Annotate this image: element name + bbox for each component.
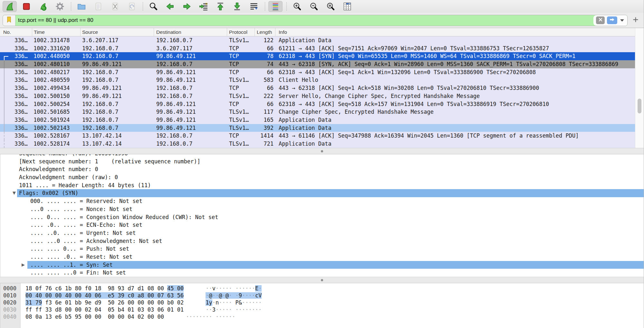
filter-bookmark-button[interactable] xyxy=(3,15,15,26)
packet-row[interactable]: 336…1002.52817413.107.42.14192.168.0.7TL… xyxy=(0,140,644,148)
detail-line[interactable]: 1011 .... = Header Length: 44 bytes (11) xyxy=(0,181,644,189)
packet-row[interactable]: 336…1002.448050192.168.0.799.86.49.121TC… xyxy=(0,52,644,60)
scrollbar-thumb[interactable] xyxy=(638,99,641,113)
hex-row[interactable]: 001000 40 00 00 40 00 40 06 e5 39 c0 a8 … xyxy=(0,292,644,299)
cell-protocol: TCP xyxy=(227,68,255,76)
cell-no: 336… xyxy=(0,116,32,124)
cell-source: 192.168.0.7 xyxy=(81,52,154,60)
display-filter-field[interactable] xyxy=(3,15,628,26)
restart-capture-button[interactable] xyxy=(36,1,50,12)
close-file-button xyxy=(108,1,122,12)
next-packet-button[interactable] xyxy=(180,1,194,12)
detail-line[interactable]: .... .... ...0 = Fin: Not set xyxy=(0,269,644,277)
column-header-protocol[interactable]: Protocol xyxy=(227,28,255,36)
first-packet-button[interactable] xyxy=(213,1,227,12)
splitter-details-bytes[interactable] xyxy=(0,277,644,283)
previous-packet-icon xyxy=(165,2,175,11)
apply-filter-button[interactable] xyxy=(607,16,617,24)
packet-row[interactable]: 336…1002.502143192.168.0.799.86.49.121TL… xyxy=(0,124,644,132)
toolbar-separator xyxy=(71,2,71,11)
packet-row[interactable]: 336…1002.480559192.168.0.799.86.49.121TL… xyxy=(0,76,644,84)
hex-bytes[interactable]: 31 79 f3 6e 01 bb 9e d9 50 26 00 00 00 0… xyxy=(25,299,184,306)
detail-line[interactable]: .... ...0 .... = Acknowledgment: Not set xyxy=(0,237,644,245)
detail-line[interactable]: .... 0... .... = Congestion Window Reduc… xyxy=(0,213,644,221)
packet-row[interactable]: 336…1002.48011099.86.49.121192.168.0.7TC… xyxy=(0,60,644,68)
column-header-length[interactable]: Length xyxy=(255,28,275,36)
start-capture-button[interactable] xyxy=(3,1,17,12)
resize-columns-button[interactable] xyxy=(340,1,354,12)
add-filter-button[interactable] xyxy=(631,15,640,25)
previous-packet-button[interactable] xyxy=(163,1,177,12)
packet-row[interactable]: 336…1002.500254192.168.0.799.86.49.121TC… xyxy=(0,100,644,108)
detail-line[interactable]: .... .0.. .... = ECN-Echo: Not set xyxy=(0,221,644,229)
packet-row[interactable]: 336…1002.3314783.6.207.117192.168.0.7TLS… xyxy=(0,36,644,44)
packet-row[interactable]: 336…1002.52816713.107.42.14192.168.0.7TC… xyxy=(0,132,644,140)
splitter-list-details[interactable] xyxy=(0,148,644,154)
cell-time: 1002.500150 xyxy=(32,92,81,100)
detail-line[interactable]: .... .... 0... = Push: Not set xyxy=(0,245,644,253)
chevron-down-icon[interactable] xyxy=(620,19,624,22)
packet-row[interactable]: 336…1002.49943499.86.49.121192.168.0.7TC… xyxy=(0,84,644,92)
column-header-destination[interactable]: Destination xyxy=(154,28,227,36)
column-header-no[interactable]: No. xyxy=(0,28,32,36)
packet-row[interactable]: 336…1002.501685192.168.0.799.86.49.121TL… xyxy=(0,108,644,116)
column-header-source[interactable]: Source xyxy=(81,28,154,36)
cell-protocol: TLSv1… xyxy=(227,140,255,148)
hex-bytes[interactable]: 08 0a 13 e6 b5 95 00 00 00 00 04 02 00 0… xyxy=(25,313,164,320)
detail-line[interactable]: .... .... ..1. = Syn: Set▶ xyxy=(0,261,644,269)
hex-ascii[interactable]: ··3····· ········ xyxy=(206,306,262,313)
cell-time: 1002.499434 xyxy=(32,84,81,92)
detail-line[interactable]: [Next sequence number: 1 (relative seque… xyxy=(0,158,644,166)
last-packet-button[interactable] xyxy=(230,1,244,12)
detail-line[interactable]: Flags: 0x002 (SYN)▼ xyxy=(0,189,644,197)
detail-line[interactable]: 000. .... .... = Reserved: Not set xyxy=(0,197,644,205)
detail-line-band: .... .... ...0 = Fin: Not set xyxy=(0,269,644,277)
hex-bytes[interactable]: ff ff 33 d8 00 00 02 04 05 b4 01 03 03 0… xyxy=(25,306,184,313)
hex-bytes[interactable]: 00 40 00 00 40 00 40 06 e5 39 c0 a8 00 0… xyxy=(25,292,184,299)
cell-source: 192.168.0.7 xyxy=(81,116,154,124)
go-to-packet-button[interactable] xyxy=(197,1,211,12)
column-header-time[interactable]: Time xyxy=(32,28,81,36)
open-file-button[interactable] xyxy=(74,1,89,12)
detail-line[interactable]: Acknowledgment number (raw): 0 xyxy=(0,173,644,181)
cell-time: 1002.331478 xyxy=(32,36,81,44)
auto-scroll-button[interactable] xyxy=(247,1,261,12)
colorize-button[interactable] xyxy=(268,1,283,12)
cell-no: 336… xyxy=(0,140,32,148)
hex-bytes[interactable]: 18 0f 76 c6 1b 80 f0 18 98 93 d7 d1 08 0… xyxy=(25,285,184,292)
detail-line[interactable]: .... .... .0.. = Reset: Not set xyxy=(0,253,644,261)
packet-list-scrollbar[interactable] xyxy=(635,28,644,148)
packet-row[interactable]: 336…1002.501924192.168.0.799.86.49.121TL… xyxy=(0,116,644,124)
packet-row[interactable]: 336…1002.480217192.168.0.799.86.49.121TC… xyxy=(0,68,644,76)
clear-filter-button[interactable] xyxy=(596,16,605,24)
find-packet-button[interactable] xyxy=(146,1,160,12)
hex-row[interactable]: 002031 79 f3 6e 01 bb 9e d9 50 26 00 00 … xyxy=(0,299,644,306)
hex-ascii[interactable]: ··v····· ······E· xyxy=(206,285,262,292)
detail-line[interactable]: Sequence number (raw): 2005041998 xyxy=(0,154,644,158)
cell-source: 192.168.0.7 xyxy=(81,124,154,132)
hex-ascii[interactable]: ········ ······ xyxy=(186,313,235,320)
hex-row[interactable]: 004008 0a 13 e6 b5 95 00 00 00 00 04 02 … xyxy=(0,313,644,320)
zoom-in-button[interactable] xyxy=(290,1,304,12)
hex-row[interactable]: 000018 0f 76 c6 1b 80 f0 18 98 93 d7 d1 … xyxy=(0,285,644,292)
zoom-original-button[interactable] xyxy=(323,1,338,12)
packet-row[interactable]: 336…1002.50015099.86.49.121192.168.0.7TL… xyxy=(0,92,644,100)
hex-ascii[interactable]: ·@··@·@· ·9····cV xyxy=(206,292,262,299)
detail-line[interactable]: ...0 .... .... = Nonce: Not set xyxy=(0,205,644,213)
expander-open-icon[interactable]: ▼ xyxy=(13,189,16,197)
packet-row[interactable]: 336…1002.331620192.168.0.73.6.207.117TCP… xyxy=(0,44,644,53)
detail-line[interactable]: Acknowledgment number: 0 xyxy=(0,165,644,173)
cell-length: 66 xyxy=(255,44,275,53)
cell-source: 99.86.49.121 xyxy=(81,92,154,100)
resize-columns-icon xyxy=(342,2,352,11)
zoom-out-button[interactable] xyxy=(307,1,321,12)
hex-ascii[interactable]: 1y·n···· P&······ xyxy=(206,299,262,306)
capture-options-button[interactable] xyxy=(53,1,67,12)
detail-line-band: .... .... 0... = Push: Not set xyxy=(0,245,644,253)
column-header-info[interactable]: Info xyxy=(275,28,644,36)
filter-input[interactable] xyxy=(15,15,593,26)
stop-capture-button[interactable] xyxy=(19,1,34,12)
expander-closed-icon[interactable]: ▶ xyxy=(22,261,25,269)
detail-line[interactable]: .... ..0. .... = Urgent: Not set xyxy=(0,229,644,237)
hex-row[interactable]: 0030ff ff 33 d8 00 00 02 04 05 b4 01 03 … xyxy=(0,306,644,313)
